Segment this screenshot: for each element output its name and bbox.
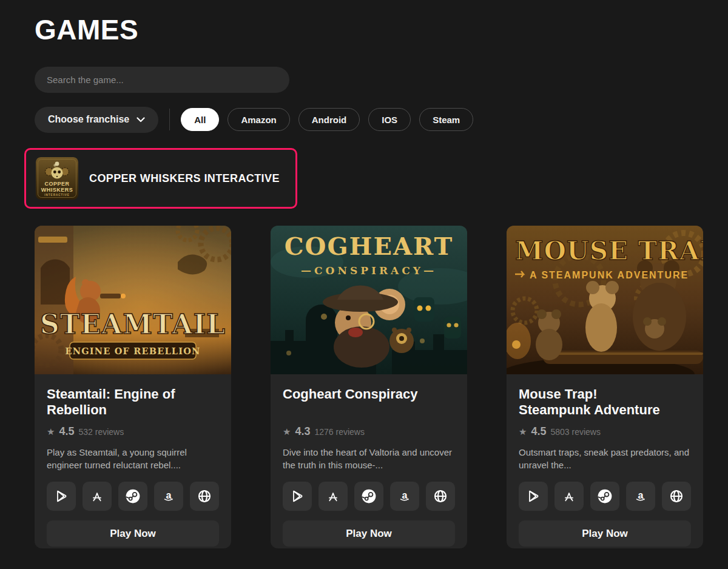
amazon-button[interactable]: a xyxy=(390,482,419,511)
app-store-button[interactable] xyxy=(554,482,584,511)
choose-franchise-button[interactable]: Choose franchise xyxy=(35,107,158,133)
game-title-line1: Mouse Trap! xyxy=(519,386,691,402)
rating-value: 4.5 xyxy=(59,425,74,438)
game-title-line2: Rebellion xyxy=(47,402,219,418)
copper-whiskers-logo-icon: COPPER WHISKERS INTERACTIVE xyxy=(36,157,78,200)
rating-row: ★ 4.5 532 reviews xyxy=(47,425,219,438)
steamtail-cover-illustration: STEAMTAIL ENGINE OF REBELLION xyxy=(35,226,231,374)
app-store-icon xyxy=(90,489,104,503)
steam-icon xyxy=(597,488,613,504)
game-card-mouse-trap: MOUSE TRAP A STEAMPUNK ADVENTURE Mouse T… xyxy=(507,226,703,548)
cogheart-cover-illustration: COGHEART —CONSPIRACY— xyxy=(271,226,467,374)
amazon-icon: a xyxy=(161,489,176,503)
platform-buttons: a xyxy=(519,482,691,511)
logo-line1: COPPER xyxy=(44,181,69,187)
google-play-button[interactable] xyxy=(283,482,312,511)
game-description: Dive into the heart of Valtoria and unco… xyxy=(283,446,455,472)
review-count: 5803 reviews xyxy=(550,427,601,437)
review-count: 532 reviews xyxy=(78,427,124,437)
svg-text:a: a xyxy=(402,490,408,500)
search-input[interactable] xyxy=(35,67,289,93)
platform-buttons: a xyxy=(283,482,455,511)
cover-title-group: STEAMTAIL ENGINE OF REBELLION xyxy=(40,309,226,359)
chevron-down-icon xyxy=(136,117,145,123)
app-store-icon xyxy=(326,489,340,503)
filter-pill-all[interactable]: All xyxy=(181,108,219,131)
play-now-button[interactable]: Play Now xyxy=(519,520,691,547)
filter-row: Choose franchise All Amazon Android IOS … xyxy=(35,106,704,133)
cover-subtitle-text: ENGINE OF REBELLION xyxy=(65,346,200,356)
franchise-logo: COPPER WHISKERS INTERACTIVE xyxy=(36,157,78,200)
game-card-steamtail: STEAMTAIL ENGINE OF REBELLION Steamtail:… xyxy=(35,226,231,548)
globe-icon xyxy=(433,489,448,503)
game-title-line2: Steampunk Adventure xyxy=(519,402,691,418)
web-button[interactable] xyxy=(190,482,219,511)
filter-pill-steam[interactable]: Steam xyxy=(419,108,473,131)
cover-subtitle-text: A STEAMPUNK ADVENTURE xyxy=(530,270,689,280)
cover-title-text: MOUSE TRAP xyxy=(515,236,703,266)
game-title: Steamtail: Engine of Rebellion xyxy=(47,386,219,419)
game-cover-art[interactable]: MOUSE TRAP A STEAMPUNK ADVENTURE xyxy=(507,226,703,374)
google-play-icon xyxy=(54,489,69,503)
svg-text:a: a xyxy=(166,490,172,500)
globe-icon xyxy=(669,489,684,503)
amazon-icon: a xyxy=(633,489,648,503)
amazon-button[interactable]: a xyxy=(154,482,183,511)
platform-filter-pills: All Amazon Android IOS Steam xyxy=(181,108,473,131)
search-bar xyxy=(35,67,704,93)
logo-line2: WHISKERS xyxy=(41,187,73,193)
play-now-button[interactable]: Play Now xyxy=(283,520,455,547)
game-description: Outsmart traps, sneak past predators, an… xyxy=(519,446,691,472)
franchise-name: COPPER WHISKERS INTERACTIVE xyxy=(89,172,280,185)
google-play-button[interactable] xyxy=(47,482,76,511)
google-play-icon xyxy=(290,489,305,503)
cover-subtitle-text: —CONSPIRACY— xyxy=(301,264,437,277)
cover-title-group: COGHEART —CONSPIRACY— xyxy=(285,232,453,277)
steam-button[interactable] xyxy=(354,482,383,511)
card-body: Steamtail: Engine of Rebellion ★ 4.5 532… xyxy=(35,374,231,548)
games-grid: STEAMTAIL ENGINE OF REBELLION Steamtail:… xyxy=(35,226,704,548)
web-button[interactable] xyxy=(662,482,691,511)
app-store-icon xyxy=(562,489,576,503)
google-play-button[interactable] xyxy=(519,482,548,511)
rating-value: 4.3 xyxy=(295,425,310,438)
filter-pill-android[interactable]: Android xyxy=(298,108,360,131)
app-store-button[interactable] xyxy=(318,482,348,511)
divider xyxy=(169,109,170,130)
logo-line3: INTERACTIVE xyxy=(44,194,70,197)
game-cover-art[interactable]: COGHEART —CONSPIRACY— xyxy=(271,226,467,374)
steam-button[interactable] xyxy=(118,482,147,511)
game-title: Mouse Trap! Steampunk Adventure xyxy=(519,386,691,419)
amazon-icon: a xyxy=(397,489,412,503)
mouse-trap-cover-illustration: MOUSE TRAP A STEAMPUNK ADVENTURE xyxy=(507,226,703,374)
game-card-cogheart: COGHEART —CONSPIRACY— Cogheart Conspirac… xyxy=(271,226,467,548)
review-count: 1276 reviews xyxy=(314,427,365,437)
game-title-line1: Cogheart Conspiracy xyxy=(283,386,455,402)
google-play-icon xyxy=(526,489,541,503)
cover-title-group: MOUSE TRAP A STEAMPUNK ADVENTURE xyxy=(515,236,703,280)
filter-pill-ios[interactable]: IOS xyxy=(368,108,411,131)
cover-robot-companion xyxy=(389,328,414,353)
games-page: GAMES Choose franchise All Amazon Androi… xyxy=(0,0,728,569)
franchise-banner[interactable]: COPPER WHISKERS INTERACTIVE COPPER WHISK… xyxy=(24,148,297,209)
rating-value: 4.5 xyxy=(531,425,546,438)
star-icon: ★ xyxy=(519,426,527,437)
card-body: Cogheart Conspiracy ★ 4.3 1276 reviews D… xyxy=(271,374,467,548)
game-cover-art[interactable]: STEAMTAIL ENGINE OF REBELLION xyxy=(35,226,231,374)
web-button[interactable] xyxy=(426,482,455,511)
page-title: GAMES xyxy=(35,13,704,46)
svg-text:a: a xyxy=(638,490,644,500)
game-title: Cogheart Conspiracy xyxy=(283,386,455,419)
play-now-button[interactable]: Play Now xyxy=(47,520,219,547)
app-store-button[interactable] xyxy=(83,482,112,511)
globe-icon xyxy=(197,489,212,503)
steam-button[interactable] xyxy=(590,482,619,511)
rating-row: ★ 4.3 1276 reviews xyxy=(283,425,455,438)
cover-title-text: STEAMTAIL xyxy=(40,309,226,340)
amazon-button[interactable]: a xyxy=(626,482,655,511)
steam-icon xyxy=(361,488,377,504)
card-body: Mouse Trap! Steampunk Adventure ★ 4.5 58… xyxy=(507,374,703,548)
steam-icon xyxy=(125,488,141,504)
filter-pill-amazon[interactable]: Amazon xyxy=(228,108,289,131)
rating-row: ★ 4.5 5803 reviews xyxy=(519,425,691,438)
